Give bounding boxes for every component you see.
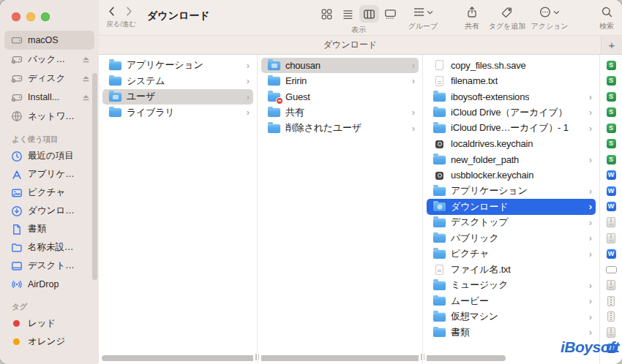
sidebar-item[interactable]: ダウンロ… (4, 202, 94, 220)
clock-icon (10, 150, 23, 162)
minimize-button[interactable] (26, 12, 35, 21)
external-drive-icon (10, 91, 23, 104)
file-row[interactable]: S (600, 73, 622, 89)
chevron-right-icon (589, 201, 592, 212)
search-button[interactable]: 検索 (599, 6, 614, 31)
file-row[interactable]: アプリケーション (427, 183, 596, 200)
sidebar-item-[interactable]: バック… (4, 50, 94, 69)
sidebar-item[interactable]: アプリケ… (4, 165, 94, 183)
file-row[interactable]: iboysoft-extensions (427, 89, 596, 105)
column-resize-handle[interactable] (253, 353, 261, 361)
file-row[interactable]: ムービー (427, 293, 596, 309)
file-row[interactable]: ダウンロード (427, 199, 596, 215)
close-button[interactable] (12, 12, 20, 21)
sidebar-tag[interactable]: レッド (4, 314, 94, 333)
file-row[interactable]: ライブラリ (102, 105, 253, 121)
sidebar-item[interactable]: AirDrop (4, 275, 94, 293)
file-row[interactable]: 仮想マシン (427, 309, 596, 325)
file-row[interactable]: W (600, 246, 622, 262)
back-button[interactable] (106, 5, 117, 18)
share-button[interactable]: 共有 (465, 6, 479, 31)
sidebar-item[interactable]: 書類 (4, 220, 94, 238)
sidebar-item-label: 最近の項目 (28, 150, 74, 162)
eject-icon[interactable] (80, 54, 91, 65)
add-tag-button[interactable]: タグを追加 (489, 6, 526, 31)
forward-button[interactable] (124, 5, 135, 18)
zoom-button[interactable] (41, 12, 50, 21)
file-row[interactable]: ミュージック (427, 278, 596, 294)
sidebar-item-[interactable]: ネットワ… (4, 107, 94, 126)
file-name: アプリケーション (127, 58, 203, 72)
file-row[interactable] (600, 230, 622, 246)
new-tab-button[interactable]: + (601, 36, 622, 54)
file-row[interactable]: S (600, 121, 622, 137)
file-row[interactable]: 削除されたユーザ (261, 121, 419, 137)
file-name: localdrives.keychain (451, 138, 533, 149)
sidebar-scrollbar[interactable] (92, 73, 97, 280)
external-drive-icon (10, 72, 23, 85)
action-button[interactable]: アクション (531, 6, 568, 31)
file-row[interactable]: W (600, 167, 622, 183)
sidebar-item[interactable]: ピクチャ (4, 183, 94, 202)
file-row[interactable]: S (600, 105, 622, 121)
file-name: 仮想マシン (451, 310, 498, 323)
group-button[interactable]: グループ (408, 6, 438, 31)
file-row[interactable]: iCloud Drive…ーカイブ）- 1 (427, 121, 596, 137)
column-resize-handle[interactable] (419, 353, 427, 361)
sidebar-item[interactable]: デスクト… (4, 257, 94, 275)
sidebar-item-macos[interactable]: macOS (4, 31, 94, 50)
file-row[interactable]: Eririn (261, 73, 419, 89)
sidebar-item[interactable]: 最近の項目 (4, 147, 94, 165)
eject-icon[interactable] (80, 92, 91, 103)
column-view-button[interactable] (359, 5, 379, 23)
file-name: 共有 (285, 106, 304, 119)
file-row[interactable]: filename.txt (427, 73, 596, 89)
file-row[interactable]: chousan (261, 58, 419, 74)
zip-doc-icon (607, 311, 615, 322)
icon-view-button[interactable] (317, 5, 337, 23)
file-row[interactable]: デスクトップ (427, 215, 596, 231)
chevron-down-icon (426, 9, 433, 16)
file-row[interactable]: S (600, 136, 622, 152)
file-row[interactable] (600, 215, 622, 231)
sidebar-item-label: AirDrop (28, 279, 59, 289)
file-row[interactable]: ピクチャ (427, 246, 596, 262)
gallery-view-button[interactable] (381, 5, 400, 23)
file-row[interactable]: S (600, 89, 622, 105)
file-row[interactable]: ファイル名.txt (427, 262, 596, 278)
app-w-icon: W (607, 170, 616, 180)
file-row[interactable]: iCloud Drive（アーカイブ） (427, 105, 596, 121)
file-row[interactable]: new_folder_path (427, 152, 596, 168)
tab-downloads[interactable]: ダウンロード (99, 36, 602, 54)
sidebar-tag[interactable]: オレンジ (4, 333, 94, 351)
file-row[interactable]: S (600, 152, 622, 168)
group-icon (412, 6, 424, 18)
eject-icon[interactable] (80, 73, 91, 84)
sidebar-item[interactable]: 名称未設… (4, 238, 94, 257)
file-row[interactable]: システム (102, 73, 253, 89)
file-row[interactable] (600, 293, 622, 309)
file-row[interactable]: ユーザ (102, 89, 253, 105)
file-row[interactable]: usbblocker.keychain (427, 167, 596, 183)
folder-icon (433, 108, 446, 117)
file-row[interactable]: W (600, 183, 622, 200)
sidebar-item-install[interactable]: Install... (4, 88, 94, 107)
file-row[interactable]: copy_files.sh.save (427, 58, 596, 74)
list-view-button[interactable] (338, 5, 358, 23)
file-row[interactable] (600, 262, 622, 278)
file-row[interactable]: S (600, 58, 622, 74)
sidebar-item-[interactable]: ディスク (4, 69, 94, 88)
file-row[interactable] (600, 309, 622, 325)
doc-text-icon (435, 76, 443, 86)
back-forward-label: 戻る/進む (106, 20, 147, 29)
chevron-right-icon (247, 75, 250, 86)
file-row[interactable]: 共有 (261, 105, 419, 121)
file-row[interactable]: W (600, 199, 622, 215)
horizontal-scrollbar[interactable] (102, 355, 506, 361)
file-row[interactable]: パブリック (427, 230, 596, 246)
file-row[interactable]: Guest (261, 89, 419, 105)
file-row[interactable]: アプリケーション (102, 58, 253, 74)
file-row[interactable]: localdrives.keychain (427, 136, 596, 152)
file-row[interactable] (600, 278, 622, 294)
app-s-icon: S (607, 92, 616, 102)
